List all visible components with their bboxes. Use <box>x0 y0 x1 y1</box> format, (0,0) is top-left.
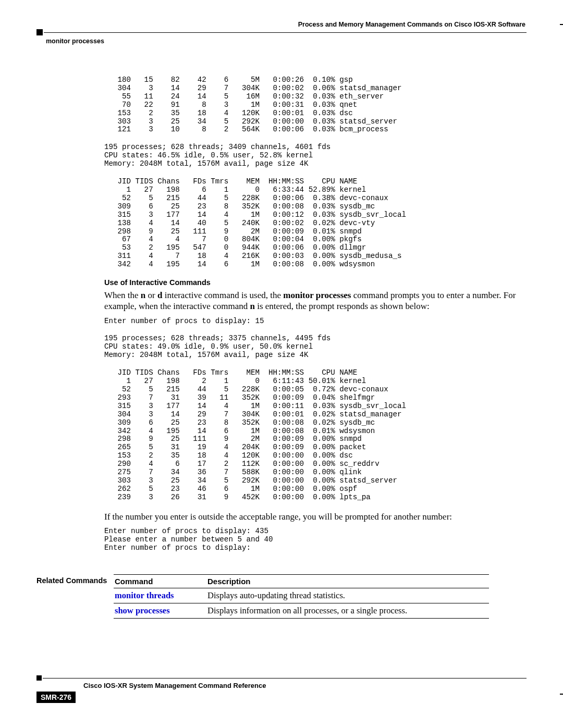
related-command-link[interactable]: monitor threads <box>115 590 174 600</box>
col-command: Command <box>114 574 206 588</box>
header-square-icon <box>36 29 43 35</box>
related-command-link-cell: show processes <box>114 603 206 618</box>
page-footer: Cisco IOS-XR System Management Command R… <box>36 675 527 703</box>
subheading-interactive: Use of Interactive Commands <box>104 278 527 287</box>
summary-stats-2: 195 processes; 628 threads; 3375 channel… <box>104 335 527 360</box>
related-commands-label: Related Commands <box>36 574 114 585</box>
related-command-row: monitor threadsDisplays auto-updating th… <box>114 588 489 603</box>
paragraph-out-of-range: If the number you enter is outside the a… <box>104 511 527 522</box>
process-table-3: JID TIDS Chans FDs Tmrs MEM HH:MM:SS CPU… <box>104 369 527 502</box>
footer-book-title: Cisco IOS-XR System Management Command R… <box>83 682 527 689</box>
related-command-link-cell: monitor threads <box>114 588 206 603</box>
page-number-badge: SMR-276 <box>36 692 76 703</box>
footer-square-icon <box>36 675 42 681</box>
process-table-fragment-1: 180 15 82 42 6 5M 0:00:26 0.10% gsp 304 … <box>104 76 527 134</box>
related-command-link[interactable]: show processes <box>115 606 170 615</box>
crop-mark <box>560 694 563 695</box>
col-description: Description <box>206 574 489 588</box>
section-label: monitor processes <box>46 38 527 45</box>
related-command-desc: Displays auto-updating thread statistics… <box>206 588 489 603</box>
summary-stats-1: 195 processes; 628 threads; 3409 channel… <box>104 143 527 168</box>
running-header: Process and Memory Management Commands o… <box>36 21 527 28</box>
header-rule <box>36 29 527 35</box>
crop-mark <box>560 24 563 25</box>
related-commands-table: Command Description monitor threadsDispl… <box>114 574 489 619</box>
process-table-2: JID TIDS Chans FDs Tmrs MEM HH:MM:SS CPU… <box>104 178 527 269</box>
related-command-desc: Displays information on all processes, o… <box>206 603 489 618</box>
paragraph-interactive-intro: When the n or d interactive command is u… <box>104 290 527 312</box>
related-command-row: show processesDisplays information on al… <box>114 603 489 618</box>
cli-prompt-2: Enter number of procs to display: 435 Pl… <box>104 527 527 552</box>
cli-prompt-1: Enter number of procs to display: 15 <box>104 317 527 326</box>
